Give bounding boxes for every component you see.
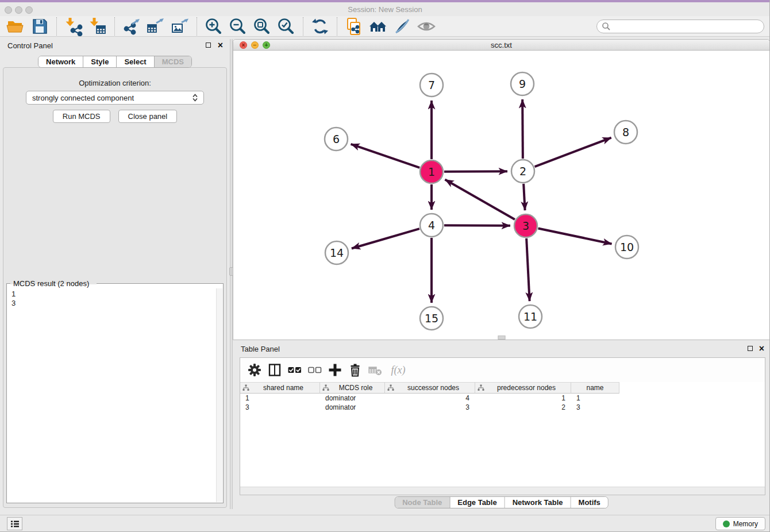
- import-table-icon[interactable]: [88, 17, 107, 36]
- column-type-icon: [478, 384, 484, 391]
- tab-mcds[interactable]: MCDS: [155, 56, 191, 67]
- apply-layout-icon[interactable]: [310, 17, 330, 36]
- zoom-selected-icon[interactable]: [276, 17, 296, 36]
- graph-edge-3-1[interactable]: [445, 179, 514, 219]
- cell-shared-name[interactable]: 1: [240, 394, 320, 403]
- delete-columns-icon[interactable]: [348, 363, 363, 377]
- import-network-icon[interactable]: [64, 17, 83, 36]
- search-icon: [602, 22, 611, 31]
- unselect-all-columns-icon[interactable]: [307, 363, 322, 377]
- clone-network-icon[interactable]: [344, 17, 364, 36]
- search-input[interactable]: [611, 22, 764, 30]
- export-table-icon[interactable]: [146, 17, 165, 36]
- search-field[interactable]: [596, 20, 764, 33]
- table-panel-title: Table Panel: [241, 345, 280, 353]
- graph-edge-3-11[interactable]: [526, 238, 530, 301]
- tab-edge-table[interactable]: Edge Table: [450, 497, 505, 508]
- select-all-columns-icon[interactable]: [287, 363, 302, 377]
- table-row[interactable]: 3 dominator 3 2 3: [240, 403, 765, 412]
- table-panel-tabs: Node Table Edge Table Network Table Moti…: [394, 496, 609, 508]
- status-bar: Memory: [0, 515, 770, 532]
- close-panel-icon[interactable]: ×: [218, 43, 223, 48]
- float-table-panel-icon[interactable]: [748, 346, 753, 351]
- cell-mcds-role[interactable]: dominator: [320, 394, 385, 403]
- memory-button[interactable]: Memory: [715, 517, 765, 530]
- tab-select[interactable]: Select: [117, 56, 154, 67]
- network-canvas[interactable]: 7968124314101511: [233, 51, 769, 340]
- column-header-shared-name[interactable]: shared name: [240, 382, 320, 394]
- zoom-fit-icon[interactable]: [252, 17, 272, 36]
- graph-node-label-6: 6: [333, 133, 340, 145]
- graph-edge-1-6[interactable]: [351, 144, 420, 168]
- graph-edge-2-9[interactable]: [522, 99, 523, 159]
- graph-node-label-10: 10: [620, 241, 634, 253]
- tab-style[interactable]: Style: [83, 56, 117, 67]
- task-history-button[interactable]: [7, 517, 22, 530]
- table-panel: Table Panel ×: [233, 343, 770, 509]
- tab-network[interactable]: Network: [38, 56, 83, 67]
- toolbar-separator: [303, 17, 303, 36]
- graph-edge-4-3[interactable]: [444, 225, 510, 226]
- cell-mcds-role[interactable]: dominator: [320, 403, 385, 412]
- result-scrollbar[interactable]: [216, 288, 222, 502]
- save-session-icon[interactable]: [30, 17, 49, 36]
- create-column-icon[interactable]: [328, 363, 342, 377]
- close-table-panel-icon[interactable]: ×: [759, 346, 764, 352]
- graph-node-label-15: 15: [425, 312, 438, 325]
- cell-predecessor-nodes[interactable]: 2: [475, 403, 571, 412]
- eye-icon[interactable]: [417, 17, 436, 36]
- cell-predecessor-nodes[interactable]: 1: [475, 394, 571, 403]
- network-window-titlebar[interactable]: × − + scc.txt: [233, 40, 769, 51]
- graph-node-label-11: 11: [523, 310, 537, 323]
- cell-name[interactable]: 1: [571, 394, 619, 403]
- tab-node-table[interactable]: Node Table: [395, 497, 450, 508]
- tab-motifs[interactable]: Motifs: [571, 497, 608, 508]
- graph-edge-3-10[interactable]: [538, 229, 612, 244]
- network-graph[interactable]: 7968124314101511: [233, 51, 769, 340]
- export-image-icon[interactable]: [170, 17, 190, 36]
- first-neighbors-icon[interactable]: [368, 17, 388, 36]
- delete-table-icon: [368, 363, 383, 377]
- cell-shared-name[interactable]: 3: [240, 403, 320, 412]
- memory-label: Memory: [733, 520, 758, 528]
- tab-network-table[interactable]: Network Table: [505, 497, 571, 508]
- float-panel-icon[interactable]: [206, 43, 211, 48]
- gear-icon[interactable]: [247, 363, 262, 377]
- export-network-icon[interactable]: [122, 17, 141, 36]
- list-icon: [10, 519, 20, 529]
- table-horizontal-scrollbar[interactable]: [240, 487, 765, 495]
- zoom-in-icon[interactable]: [204, 17, 224, 36]
- criterion-select[interactable]: strongly connected component: [26, 91, 204, 105]
- main-toolbar: [0, 16, 770, 37]
- column-header-mcds-role[interactable]: MCDS role: [320, 382, 385, 394]
- optimization-criterion-label: Optimization criterion:: [0, 79, 230, 87]
- memory-status-dot: [723, 521, 730, 527]
- table-row[interactable]: 1 dominator 4 1 1: [240, 394, 765, 403]
- mcds-result-box: MCDS result (2 nodes) 1 3: [6, 283, 224, 503]
- column-header-predecessor-nodes[interactable]: predecessor nodes: [475, 382, 571, 394]
- open-file-icon[interactable]: [6, 17, 25, 36]
- column-header-name[interactable]: name: [571, 382, 619, 394]
- show-columns-icon[interactable]: [267, 363, 282, 377]
- graph-node-label-1: 1: [428, 165, 435, 178]
- zoom-out-icon[interactable]: [228, 17, 248, 36]
- close-panel-button[interactable]: Close panel: [118, 110, 178, 123]
- run-mcds-button[interactable]: Run MCDS: [53, 110, 110, 123]
- cell-successor-nodes[interactable]: 3: [385, 403, 475, 412]
- graph-node-label-4: 4: [428, 219, 435, 232]
- cell-successor-nodes[interactable]: 4: [385, 394, 475, 403]
- column-header-successor-nodes[interactable]: successor nodes: [385, 382, 475, 394]
- canvas-resize-handle[interactable]: [498, 336, 505, 340]
- graph-edge-4-14[interactable]: [352, 229, 419, 248]
- criterion-value: strongly connected component: [32, 94, 134, 102]
- graph-edge-1-2[interactable]: [444, 171, 507, 172]
- graph-node-label-14: 14: [330, 246, 344, 259]
- mcds-result-list[interactable]: 1 3: [7, 288, 216, 502]
- cell-name[interactable]: 3: [571, 403, 619, 412]
- node-table: f(x) shared name MCDS role successor nod…: [240, 357, 765, 495]
- graph-edge-2-8[interactable]: [535, 138, 611, 167]
- graph-edge-2-3[interactable]: [523, 184, 525, 210]
- session-title: Session: New Session: [0, 5, 770, 14]
- toolbar-separator: [337, 17, 337, 36]
- hide-graphics-icon[interactable]: [392, 17, 412, 36]
